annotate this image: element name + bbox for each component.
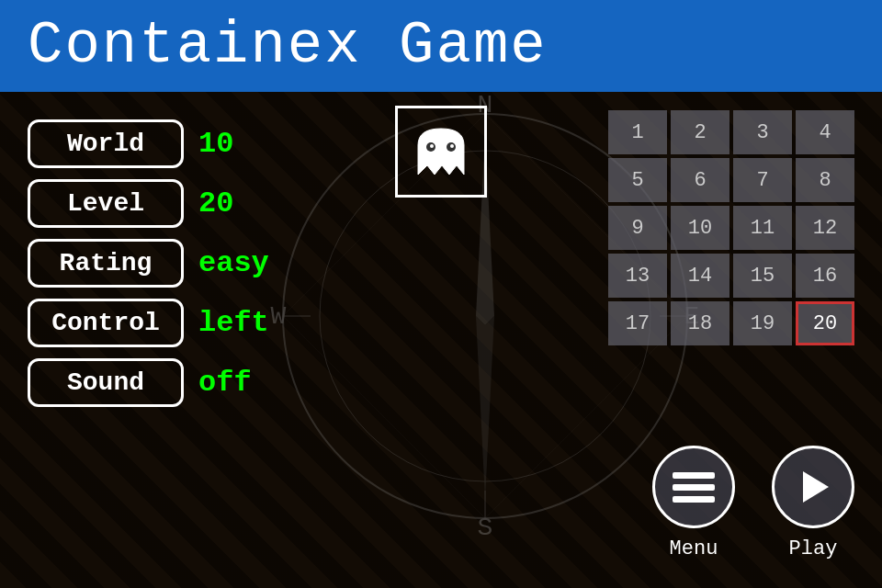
menu-icon bbox=[671, 469, 717, 505]
grid-cell-14[interactable]: 14 bbox=[671, 254, 729, 298]
control-value: left bbox=[198, 306, 269, 340]
svg-rect-22 bbox=[673, 496, 715, 503]
grid-cell-20[interactable]: 20 bbox=[796, 301, 854, 345]
grid-cell-9[interactable]: 9 bbox=[608, 206, 667, 250]
sound-row: Sound off bbox=[28, 358, 303, 407]
grid-cell-11[interactable]: 11 bbox=[733, 206, 792, 250]
grid-cell-17[interactable]: 17 bbox=[608, 301, 667, 345]
grid-cell-7[interactable]: 7 bbox=[733, 158, 792, 202]
grid-cell-16[interactable]: 16 bbox=[796, 254, 854, 298]
grid-cell-15[interactable]: 15 bbox=[733, 254, 792, 298]
grid-cell-12[interactable]: 12 bbox=[796, 206, 854, 250]
rating-button[interactable]: Rating bbox=[28, 239, 184, 288]
menu-icon-circle bbox=[652, 446, 735, 528]
header-bar: Containex Game bbox=[0, 0, 882, 92]
menu-button[interactable]: Menu bbox=[652, 446, 735, 560]
level-grid: 1234567891011121314151617181920 bbox=[608, 110, 854, 345]
bottom-buttons: Menu Play bbox=[652, 446, 854, 560]
sound-button[interactable]: Sound bbox=[28, 358, 184, 407]
rating-value: easy bbox=[198, 246, 269, 280]
ghost-icon bbox=[409, 119, 473, 184]
control-button[interactable]: Control bbox=[28, 299, 184, 347]
control-row: Control left bbox=[28, 299, 303, 347]
play-icon-circle bbox=[772, 446, 854, 528]
world-value: 10 bbox=[198, 127, 233, 161]
sound-value: off bbox=[198, 366, 252, 400]
ghost-icon-box bbox=[395, 106, 487, 198]
app-title: Containex Game bbox=[28, 13, 548, 79]
play-label: Play bbox=[789, 537, 838, 560]
grid-cell-5[interactable]: 5 bbox=[608, 158, 667, 202]
grid-cell-4[interactable]: 4 bbox=[796, 110, 854, 154]
level-row: Level 20 bbox=[28, 179, 303, 228]
menu-label: Menu bbox=[670, 537, 718, 560]
grid-cell-8[interactable]: 8 bbox=[796, 158, 854, 202]
level-button[interactable]: Level bbox=[28, 179, 184, 228]
play-button[interactable]: Play bbox=[772, 446, 854, 560]
grid-cell-1[interactable]: 1 bbox=[608, 110, 667, 154]
svg-rect-20 bbox=[673, 472, 715, 479]
grid-cell-6[interactable]: 6 bbox=[671, 158, 729, 202]
level-value: 20 bbox=[198, 187, 233, 220]
svg-marker-23 bbox=[803, 471, 829, 503]
svg-point-18 bbox=[430, 144, 434, 148]
settings-panel: World 10 Level 20 Rating easy Control le… bbox=[28, 110, 303, 407]
grid-cell-18[interactable]: 18 bbox=[671, 301, 729, 345]
play-icon bbox=[790, 464, 836, 510]
rating-row: Rating easy bbox=[28, 239, 303, 288]
grid-cell-13[interactable]: 13 bbox=[608, 254, 667, 298]
grid-cell-10[interactable]: 10 bbox=[671, 206, 729, 250]
world-row: World 10 bbox=[28, 119, 303, 168]
grid-cell-19[interactable]: 19 bbox=[733, 301, 792, 345]
world-button[interactable]: World bbox=[28, 119, 184, 168]
svg-point-19 bbox=[450, 144, 454, 148]
grid-cell-3[interactable]: 3 bbox=[733, 110, 792, 154]
svg-rect-21 bbox=[673, 484, 715, 491]
grid-cell-2[interactable]: 2 bbox=[671, 110, 729, 154]
